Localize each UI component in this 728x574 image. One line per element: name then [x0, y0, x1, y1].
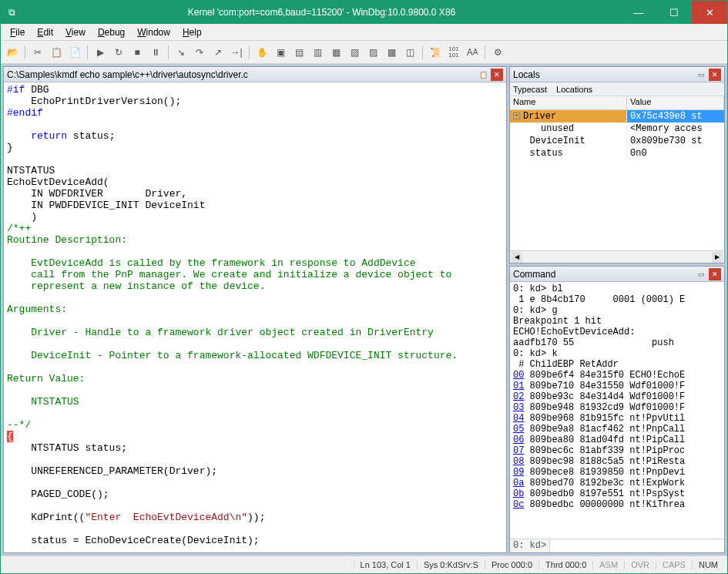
window-title: Kernel 'com:port=com6,baud=115200' - Win… — [22, 7, 621, 18]
app-icon: ⧉ — [1, 7, 22, 18]
source-mode-icon[interactable]: 📜 — [427, 44, 444, 61]
source-pane: C:\Samples\kmdf echo sample\c++\driver\a… — [3, 66, 507, 553]
calls-window-icon[interactable]: ▨ — [364, 44, 381, 61]
status-ovr: OVR — [624, 560, 656, 569]
close-button[interactable]: ✕ — [692, 1, 727, 24]
status-asm: ASM — [592, 560, 624, 569]
toolbar: 📂 ✂ 📋 📄 ▶ ↻ ■ ⏸ ↘ ↷ ↗ →| ✋ ▣ ▤ ▥ ▦ ▧ ▨ ▩… — [1, 41, 727, 64]
paste-icon[interactable]: 📄 — [66, 44, 83, 61]
command-close-icon[interactable]: ✕ — [709, 268, 721, 280]
break-icon[interactable]: ⏸ — [147, 44, 164, 61]
command-input[interactable] — [550, 539, 724, 552]
open-icon[interactable]: 📂 — [4, 44, 21, 61]
stack-frame-link[interactable]: 06 — [513, 435, 524, 445]
locals-window-icon[interactable]: ▥ — [309, 44, 326, 61]
bytes-icon[interactable]: 101101 — [445, 44, 462, 61]
scroll-right-icon[interactable]: ▶ — [712, 252, 723, 263]
locals-options-icon[interactable]: ▭ — [695, 69, 707, 81]
locals-close-icon[interactable]: ✕ — [709, 69, 721, 81]
menu-debug[interactable]: Debug — [92, 25, 131, 39]
step-into-icon[interactable]: ↘ — [173, 44, 190, 61]
source-body[interactable]: #if DBG EchoPrintDriverVersion(); #endif… — [4, 82, 506, 552]
locals-columns: Name Value — [510, 96, 724, 110]
step-out-icon[interactable]: ↗ — [210, 44, 226, 61]
typecast-button[interactable]: Typecast — [513, 85, 547, 94]
step-over-icon[interactable]: ↷ — [191, 44, 208, 61]
locals-toolbar: Typecast Locations — [510, 82, 724, 96]
status-thrd: Thrd 000:0 — [538, 560, 592, 569]
command-input-row: 0: kd> — [510, 539, 724, 552]
command-window-icon[interactable]: ▣ — [272, 44, 289, 61]
copy-icon[interactable]: 📋 — [48, 44, 65, 61]
stack-frame-link[interactable]: 0a — [513, 478, 524, 488]
stack-frame-link[interactable]: 01 — [513, 381, 524, 391]
menu-edit[interactable]: Edit — [31, 25, 59, 39]
locals-body[interactable]: -Driver0x75c439e8 st unused<Memory acces… — [510, 110, 724, 250]
menu-view[interactable]: View — [59, 25, 92, 39]
status-num: NUM — [692, 560, 724, 569]
command-pane: Command ▭ ✕ 0: kd> bl 1 e 8b4cb170 0001 … — [509, 266, 725, 553]
restart-icon[interactable]: ↻ — [110, 44, 127, 61]
go-icon[interactable]: ▶ — [92, 44, 109, 61]
stack-frame-link[interactable]: 03 — [513, 402, 524, 413]
minimize-button[interactable]: — — [621, 1, 656, 24]
stack-frame-link[interactable]: 05 — [513, 424, 524, 435]
cut-icon[interactable]: ✂ — [29, 44, 46, 61]
current-line-marker: { — [7, 431, 13, 442]
status-line-col: Ln 103, Col 1 — [354, 560, 417, 569]
statusbar: Ln 103, Col 1 Sys 0:KdSrv:S Proc 000:0 T… — [1, 556, 727, 572]
locals-row[interactable]: DeviceInit0x809be730 st — [510, 135, 724, 147]
expand-icon[interactable]: - — [513, 112, 520, 119]
source-options-icon[interactable]: 📋 — [477, 69, 489, 81]
status-proc: Proc 000:0 — [485, 560, 538, 569]
locals-row[interactable]: status0n0 — [510, 147, 724, 159]
command-prompt: 0: kd> — [510, 539, 550, 552]
scroll-left-icon[interactable]: ◀ — [512, 252, 522, 263]
locals-hscroll[interactable]: ◀ ▶ — [510, 250, 724, 263]
locals-row[interactable]: -Driver0x75c439e8 st — [510, 110, 724, 123]
locals-title: Locals — [513, 69, 693, 80]
watch-window-icon[interactable]: ▤ — [290, 44, 307, 61]
workspace: C:\Samples\kmdf echo sample\c++\driver\a… — [1, 64, 727, 556]
status-caps: CAPS — [656, 560, 692, 569]
stack-frame-link[interactable]: 09 — [513, 467, 524, 478]
locations-button[interactable]: Locations — [556, 85, 592, 94]
font-icon[interactable]: AA — [464, 44, 481, 61]
stack-frame-link[interactable]: 02 — [513, 391, 524, 402]
command-output[interactable]: 0: kd> bl 1 e 8b4cb170 0001 (0001) E0: k… — [510, 282, 724, 539]
locals-pane: Locals ▭ ✕ Typecast Locations Name Value… — [509, 66, 725, 264]
command-title: Command — [513, 269, 693, 280]
locals-row[interactable]: unused<Memory acces — [510, 123, 724, 135]
scratch-window-icon[interactable]: ◫ — [401, 44, 418, 61]
memory-window-icon[interactable]: ▧ — [346, 44, 363, 61]
source-close-icon[interactable]: ✕ — [491, 69, 503, 81]
menubar: File Edit View Debug Window Help — [1, 24, 727, 41]
stack-frame-link[interactable]: 08 — [513, 456, 524, 467]
stack-frame-link[interactable]: 04 — [513, 413, 524, 424]
menu-file[interactable]: File — [4, 25, 31, 39]
maximize-button[interactable]: ☐ — [656, 1, 692, 24]
col-name[interactable]: Name — [510, 96, 627, 109]
breakpoint-icon[interactable]: ✋ — [253, 44, 270, 61]
titlebar: ⧉ Kernel 'com:port=com6,baud=115200' - W… — [1, 1, 727, 24]
options-icon[interactable]: ⚙ — [489, 44, 506, 61]
run-to-cursor-icon[interactable]: →| — [228, 44, 245, 61]
command-options-icon[interactable]: ▭ — [695, 268, 707, 280]
stack-frame-link[interactable]: 00 — [513, 370, 524, 381]
stack-frame-link[interactable]: 0b — [513, 488, 524, 499]
stop-icon[interactable]: ■ — [129, 44, 146, 61]
col-value[interactable]: Value — [627, 96, 724, 109]
source-path: C:\Samples\kmdf echo sample\c++\driver\a… — [7, 69, 475, 80]
stack-frame-link[interactable]: 07 — [513, 445, 524, 456]
status-sys: Sys 0:KdSrv:S — [417, 560, 485, 569]
menu-help[interactable]: Help — [176, 25, 208, 39]
stack-frame-link[interactable]: 0c — [513, 499, 524, 510]
disasm-window-icon[interactable]: ▩ — [383, 44, 400, 61]
menu-window[interactable]: Window — [131, 25, 176, 39]
registers-window-icon[interactable]: ▦ — [327, 44, 344, 61]
